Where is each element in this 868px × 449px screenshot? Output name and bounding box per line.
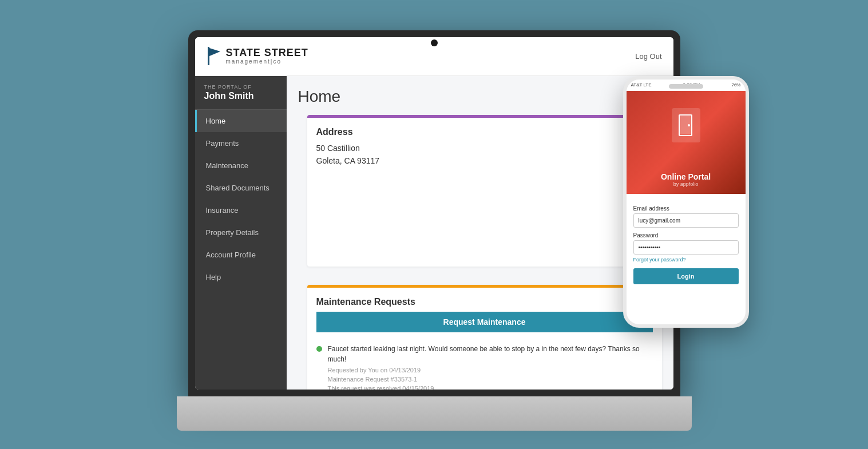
battery-label: 76% [731, 82, 740, 88]
sidebar-item-property-details[interactable]: Property Details [195, 221, 287, 244]
main-content: Home Your Current Balance There is nothi… [287, 76, 673, 390]
maint-description: Faucet started leaking last night. Would… [328, 344, 653, 364]
phone-screen: AT&T LTE 2:28 PM 76% Online Portal by ap… [627, 80, 746, 324]
address-title: Address [316, 127, 653, 137]
brand-name: STATE STREET [226, 47, 308, 59]
address-card-body: Address 50 Castillion Goleta, CA 93117 [307, 118, 662, 177]
sidebar-user-label: THE PORTAL OF [204, 84, 278, 90]
sidebar: THE PORTAL OF John Smith Home Payments M… [195, 76, 287, 390]
request-maintenance-button[interactable]: Request Maintenance [316, 312, 653, 332]
svg-point-4 [688, 124, 690, 126]
right-column: Address 50 Castillion Goleta, CA 93117 [307, 115, 662, 390]
address-text: 50 Castillion Goleta, CA 93117 [316, 142, 653, 168]
brand-line1: STATE STREET [226, 47, 308, 58]
sidebar-nav: Home Payments Maintenance Shared Documen… [195, 110, 287, 288]
brand-icon [207, 46, 223, 66]
laptop-base [177, 396, 692, 431]
maint-requested-by: Requested by You on 04/13/2019 [328, 367, 653, 373]
sidebar-item-home[interactable]: Home [195, 110, 287, 132]
sidebar-item-account-profile[interactable]: Account Profile [195, 244, 287, 266]
carrier-label: AT&T LTE [631, 82, 652, 88]
maintenance-item: Faucet started leaking last night. Would… [316, 339, 653, 390]
app-body: THE PORTAL OF John Smith Home Payments M… [195, 76, 673, 390]
svg-rect-0 [208, 47, 209, 65]
maint-request-num: Maintenance Request #33573-1 [328, 376, 653, 383]
maintenance-title: Maintenance Requests [316, 297, 653, 307]
svg-marker-1 [209, 48, 220, 56]
logout-button[interactable]: Log Out [635, 52, 661, 61]
page-title: Home [298, 88, 662, 106]
phone-hero-sub: by appfolio [673, 181, 699, 187]
email-input[interactable] [633, 213, 739, 228]
phone-form: Email address Password Forgot your passw… [627, 194, 746, 324]
phone-hero-icon [672, 108, 700, 142]
phone-hero: Online Portal by appfolio [627, 91, 746, 194]
sidebar-item-help[interactable]: Help [195, 266, 287, 288]
maint-resolved: This request was resolved 04/15/2019 [328, 385, 653, 390]
phone-login-button[interactable]: Login [633, 268, 739, 284]
cards-row: Your Current Balance There is nothing fo… [298, 115, 662, 390]
brand-logo: STATE STREET management|co [207, 46, 308, 66]
sidebar-item-insurance[interactable]: Insurance [195, 199, 287, 221]
sidebar-user-name: John Smith [204, 91, 278, 101]
phone-mockup: AT&T LTE 2:28 PM 76% Online Portal by ap… [623, 76, 749, 328]
status-dot [316, 346, 322, 352]
phone-notch [669, 84, 703, 89]
phone-hero-title: Online Portal [661, 172, 711, 181]
password-input[interactable] [633, 240, 739, 255]
brand-sub: management|co [226, 58, 308, 65]
sidebar-item-payments[interactable]: Payments [195, 132, 287, 154]
email-field-label: Email address [633, 205, 739, 212]
sidebar-user: THE PORTAL OF John Smith [195, 76, 287, 110]
door-icon [677, 114, 695, 137]
address-card: Address 50 Castillion Goleta, CA 93117 [307, 115, 662, 267]
address-line1: 50 Castillion [316, 144, 360, 153]
forgot-password-link[interactable]: Forgot your password? [633, 257, 739, 263]
address-line2: Goleta, CA 93117 [316, 156, 380, 165]
maintenance-card-body: Maintenance Requests Request Maintenance… [307, 288, 662, 390]
password-field-label: Password [633, 232, 739, 239]
sidebar-item-shared-documents[interactable]: Shared Documents [195, 177, 287, 199]
maintenance-card: Maintenance Requests Request Maintenance… [307, 285, 662, 390]
sidebar-item-maintenance[interactable]: Maintenance [195, 154, 287, 177]
